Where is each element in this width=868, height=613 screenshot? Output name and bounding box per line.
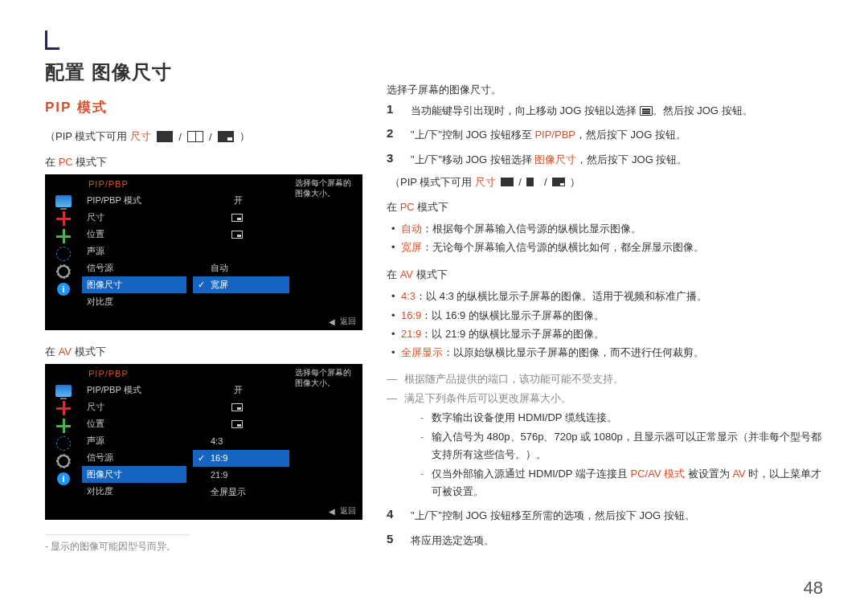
osd-item: 对比度	[82, 483, 186, 500]
osd-sub-item: 16:9	[193, 450, 289, 467]
bullet-item: 全屏显示：以原始纵横比显示子屏幕的图像，而不进行任何裁剪。	[391, 343, 823, 362]
osd-item: 位置	[82, 415, 186, 432]
pip-layout-icon	[231, 403, 243, 411]
osd-value: 开	[186, 192, 243, 209]
osd-item: 信号源	[82, 260, 186, 276]
monitor-icon	[55, 195, 72, 207]
pip-position-icon	[231, 420, 243, 428]
osd-value: 开	[186, 382, 243, 398]
notes: 根据随产品提供的端口，该功能可能不受支持。 满足下列条件后可以更改屏幕大小。 数…	[387, 370, 823, 501]
info-icon: i	[57, 472, 70, 485]
step-5: 5 将应用选定选项。	[387, 532, 823, 550]
bullet-item: 自动：根据每个屏幕输入信号源的纵横比显示图像。	[391, 219, 823, 238]
size-icon-small	[552, 178, 565, 186]
osd-item: 声源	[82, 432, 186, 449]
av-mode-label-right: 在 AV 模式下	[387, 265, 823, 284]
bullet-item: 21:9：以 21:9 的纵横比显示子屏幕的图像。	[391, 325, 823, 343]
pc-bullet-list: 自动：根据每个屏幕输入信号源的纵横比显示图像。宽屏：无论每个屏幕输入信号源的纵横…	[387, 219, 823, 257]
gear-icon	[57, 455, 70, 468]
info-icon: i	[57, 283, 70, 296]
osd-sub-item: 4:3	[193, 433, 289, 450]
osd-submenu-av: 4:316:921:9全屏显示	[193, 433, 289, 501]
sizes-prefix: （PIP 模式下可用	[45, 129, 127, 144]
osd-footer: ◀ 返回	[329, 316, 356, 327]
osd-sub-item: 宽屏	[193, 276, 289, 293]
section-tab-icon	[45, 31, 59, 50]
osd-submenu-pc: 自动宽屏	[193, 260, 289, 293]
pip-sizes-line: （PIP 模式下可用 尺寸 / / ）	[45, 129, 362, 144]
page-title: 配置 图像尺寸	[45, 59, 362, 85]
size-icon-half	[526, 178, 539, 186]
note-1: 根据随产品提供的端口，该功能可能不受支持。	[387, 370, 823, 388]
footnote: - 显示的图像可能因型号而异。	[45, 534, 190, 554]
menu-icon	[640, 106, 653, 116]
osd-nav-icons: i	[45, 192, 82, 310]
osd-sub-item: 21:9	[193, 467, 289, 484]
size-icon-small	[218, 131, 234, 142]
step-2: 2 "上/下"控制 JOG 按钮移至 PIP/PBP，然后按下 JOG 按钮。	[387, 126, 823, 144]
osd-sub-item: 全屏显示	[193, 484, 289, 501]
sub-1: 数字输出设备使用 HDMI/DP 缆线连接。	[420, 409, 823, 427]
osd-menu-av: PIP/PBP 选择每个屏幕的图像大小。 i PIP/PBP 模式尺寸位置声源信…	[45, 364, 362, 520]
osd-value	[186, 226, 243, 243]
step-1: 1 当功能键导引出现时，向上移动 JOG 按钮以选择 。然后按 JOG 按钮。	[387, 102, 823, 120]
cross-green-icon	[56, 229, 71, 243]
sub-2: 输入信号为 480p、576p、720p 或 1080p，且显示器可以正常显示（…	[420, 428, 823, 464]
osd-item: 尺寸	[82, 398, 186, 415]
osd-menu-pc: PIP/PBP 选择每个屏幕的图像大小。 i PIP/PBP 模式尺寸位置声源信…	[45, 174, 362, 330]
pc-mode-label: 在 PC 模式下	[45, 155, 362, 170]
slash: /	[178, 131, 182, 143]
osd-item: PIP/PBP 模式	[82, 382, 186, 398]
osd-value	[186, 293, 243, 310]
av-mode-label: 在 AV 模式下	[45, 345, 362, 359]
sub-conditions: 数字输出设备使用 HDMI/DP 缆线连接。 输入信号为 480p、576p、7…	[404, 409, 823, 501]
cross-green-icon	[56, 419, 71, 433]
sizes-suffix: ）	[240, 129, 250, 144]
osd-item: 声源	[82, 243, 186, 260]
osd-item: 尺寸	[82, 209, 186, 226]
gear-icon	[57, 265, 70, 278]
size-icon-half	[187, 131, 203, 142]
arrows-icon	[56, 436, 71, 451]
bullet-item: 4:3：以 4:3 的纵横比显示子屏幕的图像。适用于视频和标准广播。	[391, 287, 823, 305]
osd-value	[186, 415, 243, 432]
size-icon-large	[501, 178, 514, 186]
osd-item: 图像尺寸	[82, 276, 186, 293]
cross-red-icon	[56, 401, 71, 415]
page-number: 48	[804, 578, 823, 599]
step-4: 4 "上/下"控制 JOG 按钮移至所需的选项，然后按下 JOG 按钮。	[387, 507, 823, 525]
osd-item: PIP/PBP 模式	[82, 192, 186, 209]
osd-item: 对比度	[82, 293, 186, 310]
osd-nav-icons: i	[45, 382, 82, 500]
sizes-label: 尺寸	[130, 129, 151, 144]
osd-sub-item: 自动	[193, 260, 289, 276]
size-icon-large	[157, 131, 173, 142]
pip-sizes-line-right: （PIP 模式下可用 尺寸 / / ）	[390, 175, 823, 190]
osd-value	[186, 209, 243, 226]
note-2: 满足下列条件后可以更改屏幕大小。 数字输出设备使用 HDMI/DP 缆线连接。 …	[387, 390, 823, 501]
osd-item: 图像尺寸	[82, 466, 186, 483]
osd-item: 信号源	[82, 449, 186, 466]
page-subtitle: PIP 模式	[45, 98, 362, 116]
osd-footer: ◀ 返回	[329, 505, 356, 517]
slash: /	[209, 131, 212, 143]
bullet-item: 宽屏：无论每个屏幕输入信号源的纵横比如何，都全屏显示图像。	[391, 238, 823, 256]
cross-red-icon	[56, 211, 71, 226]
pip-position-icon	[231, 231, 243, 239]
step-3: 3 "上/下"移动 JOG 按钮选择 图像尺寸，然后按下 JOG 按钮。	[387, 151, 823, 169]
pc-mode-label-right: 在 PC 模式下	[387, 198, 823, 216]
osd-value	[186, 243, 243, 260]
osd-value	[186, 398, 243, 415]
intro-text: 选择子屏幕的图像尺寸。	[387, 80, 823, 99]
sub-3: 仅当外部输入源通过 HDMI/DP 端子连接且 PC/AV 模式 被设置为 AV…	[420, 465, 823, 501]
arrows-icon	[56, 247, 71, 261]
bullet-item: 16:9：以 16:9 的纵横比显示子屏幕的图像。	[391, 306, 823, 325]
av-bullet-list: 4:3：以 4:3 的纵横比显示子屏幕的图像。适用于视频和标准广播。16:9：以…	[387, 287, 823, 362]
monitor-icon	[55, 385, 72, 397]
osd-item: 位置	[82, 226, 186, 243]
pip-layout-icon	[231, 214, 243, 222]
